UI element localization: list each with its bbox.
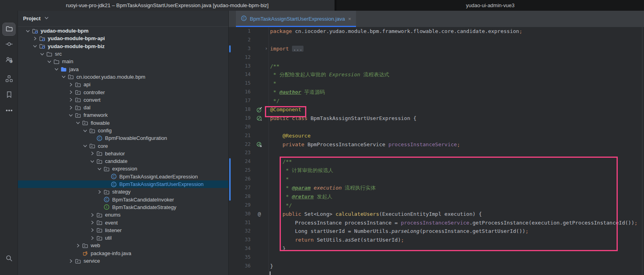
activity-collaboration-button[interactable]: ? <box>3 54 15 66</box>
close-icon[interactable]: × <box>348 16 351 22</box>
activity-more-tool-windows-button[interactable] <box>3 105 15 117</box>
code-line-25[interactable]: 25 * 计算审批的候选人 <box>229 166 644 175</box>
chevron-down-icon[interactable] <box>45 58 53 65</box>
code-line-26[interactable]: 26 * <box>229 175 644 184</box>
code-line-30[interactable]: 30@ public Set<Long> calculateUsers(Exec… <box>229 210 644 219</box>
tree-item-package-info-java[interactable]: package-info.java <box>18 250 228 257</box>
tree-item-convert[interactable]: convert <box>18 96 228 104</box>
tree-item-bpmflowableconfiguration[interactable]: CBpmFlowableConfiguration <box>18 134 228 142</box>
chevron-down-icon[interactable] <box>88 158 96 165</box>
code-line-29[interactable]: 29 */ <box>229 201 644 210</box>
chevron-down-icon[interactable] <box>38 51 46 57</box>
chevron-right-icon[interactable] <box>74 242 82 249</box>
tree-item-enums[interactable]: enums <box>18 211 228 219</box>
code-line-19[interactable]: 19public class BpmTaskAssignStartUserExp… <box>229 114 644 123</box>
chevron-down-icon[interactable] <box>81 128 89 134</box>
tree-item-config[interactable]: config <box>18 127 228 134</box>
code-line-27[interactable]: 27 * @param execution 流程执行实体 <box>229 184 644 192</box>
chevron-right-icon[interactable] <box>88 212 96 218</box>
tree-item-src[interactable]: src <box>18 50 228 58</box>
chevron-down-icon[interactable] <box>24 28 32 34</box>
code-line-21[interactable]: 21 @Resource <box>229 132 644 140</box>
code-line-23[interactable]: 23 <box>229 149 644 157</box>
chevron-right-icon[interactable] <box>88 235 96 241</box>
chevron-right-icon[interactable] <box>88 150 96 157</box>
fold-arrow-icon[interactable]: › <box>265 45 268 53</box>
tree-item-flowable[interactable]: flowable <box>18 119 228 127</box>
tree-item-event[interactable]: event <box>18 219 228 226</box>
chevron-right-icon[interactable] <box>67 258 75 264</box>
activity-project-button[interactable] <box>3 23 15 35</box>
code-line-31[interactable]: 31 ProcessInstance processInstance = pro… <box>229 219 644 227</box>
chevron-down-icon[interactable] <box>67 112 75 118</box>
code-line-24[interactable]: 24 /** <box>229 157 644 166</box>
code-line-17[interactable]: 17 */ <box>229 97 644 105</box>
chevron-right-icon[interactable] <box>88 219 96 226</box>
code-line-35[interactable]: 35 <box>229 253 644 262</box>
tree-item-behavior[interactable]: behavior <box>18 150 228 157</box>
activity-bookmarks-button[interactable] <box>3 89 15 101</box>
code-line-28[interactable]: 28 * @return 发起人 <box>229 192 644 201</box>
override-at-icon[interactable]: @ <box>258 210 261 219</box>
tree-item-bpmtaskassignleaderexpression[interactable]: CBpmTaskAssignLeaderExpression <box>18 173 228 180</box>
tree-item-java[interactable]: java <box>18 65 228 73</box>
tree-item-web[interactable]: web <box>18 242 228 249</box>
tree-item-controller[interactable]: controller <box>18 88 228 96</box>
activity-search-everywhere-button[interactable] <box>3 253 15 265</box>
chevron-right-icon[interactable] <box>88 227 96 233</box>
tree-item-bpmtaskcandidatestrategy[interactable]: IBpmTaskCandidateStrategy <box>18 203 228 211</box>
code-line-3[interactable]: 3›import ... <box>229 45 644 53</box>
tree-item-yudao-module-bpm-biz[interactable]: yudao-module-bpm-biz <box>18 43 228 50</box>
tree-item-core[interactable]: core <box>18 142 228 149</box>
code-editor[interactable]: 1package cn.iocoder.yudao.module.bpm.fra… <box>229 27 644 275</box>
code-line-18[interactable]: 18@Component <box>229 105 644 114</box>
project-panel-header[interactable]: Project <box>18 11 228 27</box>
chevron-down-icon[interactable] <box>74 120 82 126</box>
tree-item-strategy[interactable]: strategy <box>18 188 228 196</box>
activity-structure-button[interactable] <box>3 73 15 85</box>
code-line-16[interactable]: 16 * @author 芋道源码 <box>229 88 644 97</box>
chevron-right-icon[interactable] <box>31 35 39 42</box>
tree-item-bpmtaskcandidateinvoker[interactable]: CBpmTaskCandidateInvoker <box>18 196 228 203</box>
tree-item-main[interactable]: main <box>18 58 228 65</box>
activity-commit-button[interactable] <box>3 39 15 51</box>
chevron-right-icon[interactable] <box>67 89 75 95</box>
tree-item-util[interactable]: util <box>18 234 228 242</box>
tree-item-framework[interactable]: framework <box>18 111 228 119</box>
code-line-34[interactable]: 34 } <box>229 244 644 253</box>
chevron-down-icon[interactable] <box>81 143 89 149</box>
chevron-down-icon[interactable] <box>53 66 60 72</box>
tree-item-expression[interactable]: expression <box>18 165 228 172</box>
code-line-33[interactable]: 33 return SetUtils.asSet(startUserId); <box>229 236 644 244</box>
code-line-20[interactable]: 20 <box>229 123 644 132</box>
tree-item-service[interactable]: service <box>18 257 228 265</box>
code-line-32[interactable]: 32 Long startUserId = NumberUtils.parseL… <box>229 227 644 236</box>
tree-item-cn-iocoder-yudao-module-bpm[interactable]: cn.iocoder.yudao.module.bpm <box>18 73 228 81</box>
chevron-right-icon[interactable] <box>95 189 103 195</box>
tree-item-listener[interactable]: listener <box>18 227 228 234</box>
chevron-right-icon[interactable] <box>67 97 75 103</box>
code-line-2[interactable]: 2 <box>229 36 644 45</box>
tree-item-yudao-module-bpm[interactable]: yudao-module-bpm <box>18 27 228 35</box>
chevron-down-icon[interactable] <box>43 15 50 23</box>
tree-item-yudao-module-bpm-api[interactable]: yudao-module-bpm-api <box>18 35 228 42</box>
editor-scrollbar-track[interactable] <box>642 27 642 275</box>
tree-item-api[interactable]: api <box>18 81 228 88</box>
chevron-right-icon[interactable] <box>67 105 75 111</box>
chevron-down-icon[interactable] <box>60 74 68 80</box>
code-line-1[interactable]: 1package cn.iocoder.yudao.module.bpm.fra… <box>229 27 644 36</box>
tree-item-dal[interactable]: dal <box>18 104 228 111</box>
tree-item-bpmtaskassignstartuserexpression[interactable]: CBpmTaskAssignStartUserExpression <box>18 180 228 188</box>
code-line-14[interactable]: 14 * 分配给发起人审批的 Expression 流程表达式 <box>229 70 644 79</box>
chevron-down-icon[interactable] <box>31 43 39 49</box>
chevron-down-icon[interactable] <box>95 166 103 172</box>
tab-bpm-task-assign-start-user-expression[interactable]: C BpmTaskAssignStartUserExpression.java … <box>236 11 356 27</box>
code-line-12[interactable]: 12 <box>229 53 644 62</box>
code-line-15[interactable]: 15 * <box>229 79 644 88</box>
code-line-22[interactable]: 22 private BpmProcessInstanceService pro… <box>229 140 644 149</box>
tree-item-label: main <box>62 58 73 64</box>
tree-item-candidate[interactable]: candidate <box>18 157 228 165</box>
code-line-36[interactable]: 36} <box>229 262 644 271</box>
code-line-13[interactable]: 13/** <box>229 62 644 71</box>
chevron-right-icon[interactable] <box>67 81 75 88</box>
